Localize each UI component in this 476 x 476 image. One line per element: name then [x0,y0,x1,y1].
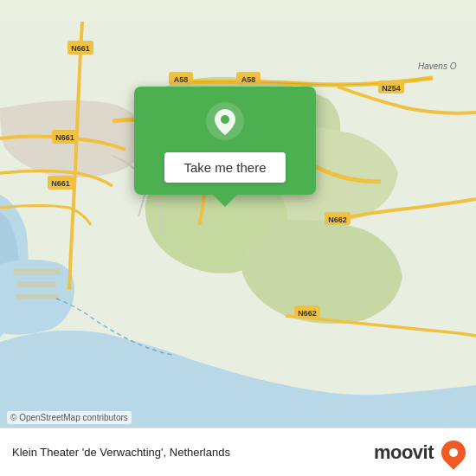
svg-point-24 [221,115,229,124]
svg-text:N662: N662 [298,309,317,318]
take-me-there-button[interactable]: Take me there [164,152,285,183]
moovit-logo-dot [436,435,471,470]
svg-text:A58: A58 [241,75,256,84]
svg-rect-2 [17,281,56,287]
svg-rect-3 [16,294,59,299]
map-container: N661 N661 N661 A58 A58 A58 N254 N662 N66… [0,0,476,476]
svg-text:N661: N661 [55,133,74,142]
svg-text:N661: N661 [51,179,70,188]
location-pin-icon [206,102,244,140]
svg-text:N661: N661 [71,44,90,53]
map-background: N661 N661 N661 A58 A58 A58 N254 N662 N66… [0,0,476,476]
svg-text:N254: N254 [382,84,401,93]
bottom-bar: Klein Theater 'de Verwachting', Netherla… [0,428,476,476]
location-info: Klein Theater 'de Verwachting', Netherla… [12,446,230,459]
svg-text:A58: A58 [174,75,189,84]
map-attribution: © OpenStreetMap contributors [7,411,132,424]
location-name: Klein Theater 'de Verwachting', Netherla… [12,446,230,459]
popup-card: Take me there [134,87,316,195]
svg-rect-1 [13,268,61,275]
moovit-logo: moovit [374,441,464,465]
moovit-brand-text: moovit [374,441,434,464]
svg-text:Havens O: Havens O [418,61,457,71]
svg-text:N662: N662 [328,215,347,224]
moovit-logo-dot-inner [447,446,460,458]
